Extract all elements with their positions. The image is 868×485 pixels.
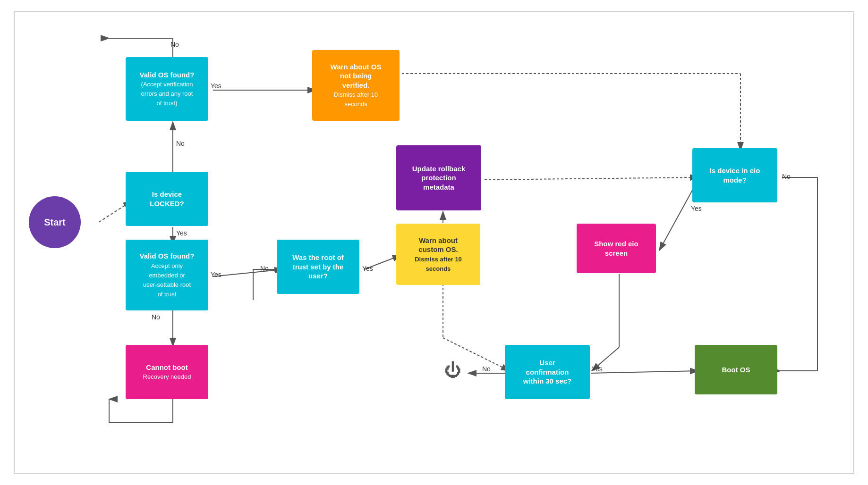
svg-line-24 xyxy=(591,371,698,373)
label-no-eio: No xyxy=(782,173,791,180)
label-no-valid-os-up: No xyxy=(170,41,179,48)
label-yes-eio: Yes xyxy=(691,205,702,212)
label-yes-valid-os: Yes xyxy=(211,82,221,90)
start-node: Start xyxy=(29,196,81,248)
user-confirm-node: Userconfirmationwithin 30 sec? xyxy=(505,345,590,399)
label-no-locked-up: No xyxy=(176,140,185,147)
label-no-root-of-trust: No xyxy=(260,265,269,272)
label-yes-valid-os-locked: Yes xyxy=(211,271,221,278)
valid-os-unlocked-node: Valid OS found?(Accept verificationerror… xyxy=(126,57,208,121)
update-rollback-node: Update rollbackprotectionmetadata xyxy=(396,145,481,210)
valid-os-locked-node: Valid OS found?Accept onlyembedded oruse… xyxy=(126,240,208,310)
label-yes-user-confirm: Yes xyxy=(592,365,603,373)
cannot-boot-node: Cannot bootRecovery needed xyxy=(126,345,208,399)
power-icon: ⏻ xyxy=(444,360,461,380)
is-locked-node: Is deviceLOCKED? xyxy=(126,172,208,226)
label-no-valid-os-locked: No xyxy=(152,313,160,321)
diagram-container: Start Is deviceLOCKED? No Yes Valid OS f… xyxy=(14,11,854,474)
label-yes-locked-down: Yes xyxy=(176,229,187,237)
svg-line-6 xyxy=(213,269,283,276)
label-no-user-confirm: No xyxy=(482,365,491,373)
is-eio-node: Is device in eiomode? xyxy=(692,148,777,202)
root-of-trust-node: Was the root oftrust set by theuser? xyxy=(277,240,359,294)
warn-custom-node: Warn aboutcustom OS.Dismiss after 10seco… xyxy=(396,224,480,285)
boot-os-node: Boot OS xyxy=(695,345,777,394)
label-yes-root-of-trust: Yes xyxy=(362,265,373,272)
svg-line-12 xyxy=(485,177,698,180)
show-red-eio-node: Show red eioscreen xyxy=(577,224,656,273)
warn-os-node: Warn about OSnot beingverified.Dismiss a… xyxy=(312,50,400,121)
